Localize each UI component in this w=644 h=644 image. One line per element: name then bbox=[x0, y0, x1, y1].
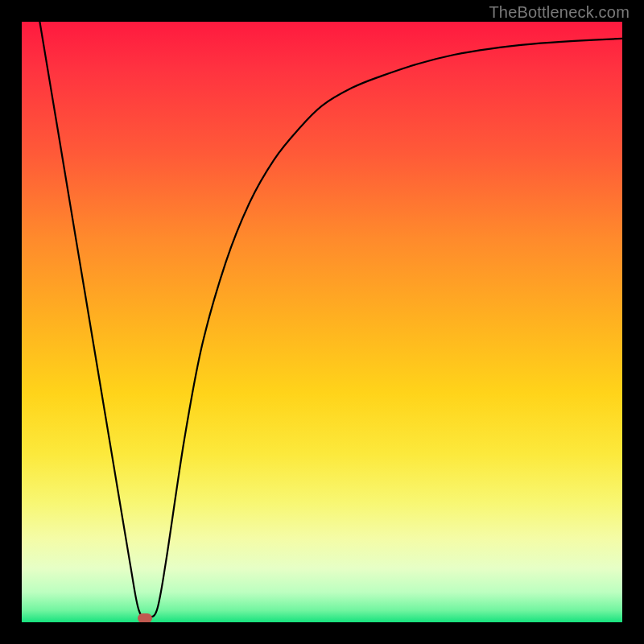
plot-area bbox=[22, 22, 622, 622]
optimal-point-marker bbox=[138, 613, 152, 622]
bottleneck-curve bbox=[22, 22, 622, 622]
watermark-text: TheBottleneck.com bbox=[489, 3, 630, 22]
